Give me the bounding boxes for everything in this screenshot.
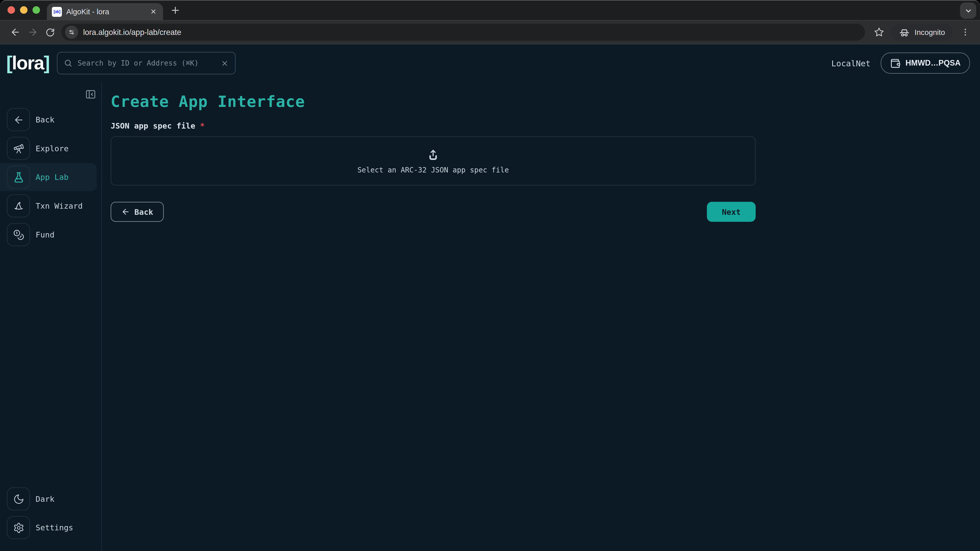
arrow-left-icon [7,108,30,131]
wallet-button[interactable]: HMWD…PQSA [880,52,970,74]
sidebar-item-txn-wizard[interactable]: Txn Wizard [0,192,101,220]
site-info-icon[interactable] [65,25,78,38]
minimize-window-button[interactable] [20,6,27,14]
sidebar-item-label: Dark [36,494,55,503]
sidebar-item-app-lab[interactable]: App Lab [0,163,97,191]
url-text: lora.algokit.io/app-lab/create [83,28,181,37]
file-dropzone[interactable]: Select an ARC-32 JSON app spec file [110,136,756,186]
close-window-button[interactable] [7,6,15,14]
page-title: Create App Interface [110,92,756,110]
wallet-icon [890,58,900,68]
search-box[interactable] [57,52,235,74]
lora-app: [lora] LocalNet HMWD…PQSA [0,44,980,551]
sidebar-item-label: Txn Wizard [36,201,83,211]
tab-title: AlgoKit - lora [66,7,144,16]
sidebar-item-back[interactable]: Back [0,106,101,134]
sidebar-item-settings[interactable]: Settings [0,513,101,541]
wizard-hat-icon [7,194,30,218]
incognito-icon [899,27,910,38]
tab-close-icon[interactable] [148,6,158,17]
search-icon [64,59,73,67]
tab-search-button[interactable] [960,3,977,19]
flask-icon [7,165,30,189]
sidebar-item-label: App Lab [36,172,68,182]
browser-menu-icon[interactable] [956,24,974,41]
telescope-icon [7,137,30,160]
window-controls[interactable] [7,6,40,14]
wallet-address: HMWD…PQSA [905,59,961,67]
browser-toolbar: lora.algokit.io/app-lab/create Incognito [0,20,980,44]
sidebar-item-label: Settings [36,523,73,532]
browser-reload-icon[interactable] [41,24,59,41]
upload-icon [426,148,440,162]
sidebar-item-fund[interactable]: Fund [0,221,101,248]
app-header: [lora] LocalNet HMWD…PQSA [0,44,980,82]
browser-forward-icon[interactable] [24,24,41,41]
tab-strip: [ak] AlgoKit - lora [0,0,980,20]
sidebar-item-explore[interactable]: Explore [0,135,101,162]
fullscreen-window-button[interactable] [32,6,40,14]
main-content: Create App Interface JSON app spec file … [102,82,980,551]
incognito-badge: Incognito [891,24,953,41]
field-label: JSON app spec file * [110,121,756,130]
sidebar-collapse-icon[interactable] [85,89,96,100]
network-label[interactable]: LocalNet [832,59,870,68]
browser-tab[interactable]: [ak] AlgoKit - lora [47,3,163,20]
search-input[interactable] [78,59,216,67]
clear-search-icon[interactable] [221,59,229,67]
lora-logo[interactable]: [lora] [6,52,49,74]
tab-favicon: [ak] [52,6,62,17]
bookmark-star-icon[interactable] [870,24,888,41]
sidebar-item-label: Fund [36,230,55,239]
dropzone-text: Select an ARC-32 JSON app spec file [357,165,509,174]
arrow-left-icon [121,207,130,216]
sidebar-item-theme-toggle[interactable]: Dark [0,485,101,513]
back-button[interactable]: Back [110,202,164,222]
sidebar-item-label: Back [36,115,55,124]
gear-icon [7,516,30,539]
sidebar-item-label: Explore [36,144,68,153]
coins-icon [7,223,30,246]
browser-back-icon[interactable] [6,24,24,41]
next-button[interactable]: Next [707,202,756,222]
screen: [ak] AlgoKit - lora [0,0,980,551]
moon-icon [7,487,30,510]
required-marker: * [200,121,205,130]
browser-chrome: [ak] AlgoKit - lora [0,0,980,44]
incognito-label: Incognito [915,28,945,37]
new-tab-button[interactable] [170,5,181,16]
url-bar[interactable]: lora.algokit.io/app-lab/create [61,24,865,41]
sidebar: Back Explore [0,82,102,551]
